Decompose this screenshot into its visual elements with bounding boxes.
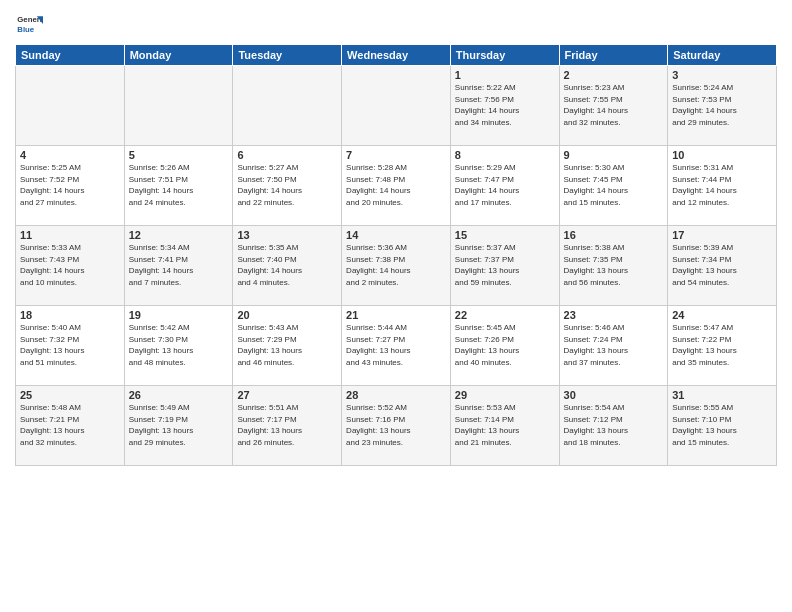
- calendar-week-row: 1Sunrise: 5:22 AMSunset: 7:56 PMDaylight…: [16, 66, 777, 146]
- calendar-table: SundayMondayTuesdayWednesdayThursdayFrid…: [15, 44, 777, 466]
- calendar-cell: 21Sunrise: 5:44 AMSunset: 7:27 PMDayligh…: [342, 306, 451, 386]
- day-info: Sunrise: 5:52 AMSunset: 7:16 PMDaylight:…: [346, 402, 446, 448]
- day-info: Sunrise: 5:28 AMSunset: 7:48 PMDaylight:…: [346, 162, 446, 208]
- calendar-cell: 28Sunrise: 5:52 AMSunset: 7:16 PMDayligh…: [342, 386, 451, 466]
- calendar-cell: 7Sunrise: 5:28 AMSunset: 7:48 PMDaylight…: [342, 146, 451, 226]
- calendar-cell: [342, 66, 451, 146]
- calendar-week-row: 18Sunrise: 5:40 AMSunset: 7:32 PMDayligh…: [16, 306, 777, 386]
- day-info: Sunrise: 5:53 AMSunset: 7:14 PMDaylight:…: [455, 402, 555, 448]
- day-number: 25: [20, 389, 120, 401]
- day-info: Sunrise: 5:27 AMSunset: 7:50 PMDaylight:…: [237, 162, 337, 208]
- day-number: 12: [129, 229, 229, 241]
- calendar-header-row: SundayMondayTuesdayWednesdayThursdayFrid…: [16, 45, 777, 66]
- weekday-header-sunday: Sunday: [16, 45, 125, 66]
- day-info: Sunrise: 5:23 AMSunset: 7:55 PMDaylight:…: [564, 82, 664, 128]
- calendar-cell: 27Sunrise: 5:51 AMSunset: 7:17 PMDayligh…: [233, 386, 342, 466]
- day-number: 24: [672, 309, 772, 321]
- calendar-week-row: 4Sunrise: 5:25 AMSunset: 7:52 PMDaylight…: [16, 146, 777, 226]
- day-info: Sunrise: 5:25 AMSunset: 7:52 PMDaylight:…: [20, 162, 120, 208]
- day-info: Sunrise: 5:35 AMSunset: 7:40 PMDaylight:…: [237, 242, 337, 288]
- calendar-cell: 29Sunrise: 5:53 AMSunset: 7:14 PMDayligh…: [450, 386, 559, 466]
- day-number: 15: [455, 229, 555, 241]
- calendar-week-row: 25Sunrise: 5:48 AMSunset: 7:21 PMDayligh…: [16, 386, 777, 466]
- day-info: Sunrise: 5:26 AMSunset: 7:51 PMDaylight:…: [129, 162, 229, 208]
- day-number: 11: [20, 229, 120, 241]
- calendar-cell: 17Sunrise: 5:39 AMSunset: 7:34 PMDayligh…: [668, 226, 777, 306]
- calendar-cell: 31Sunrise: 5:55 AMSunset: 7:10 PMDayligh…: [668, 386, 777, 466]
- day-number: 1: [455, 69, 555, 81]
- svg-text:Blue: Blue: [17, 25, 35, 34]
- calendar-cell: [16, 66, 125, 146]
- day-info: Sunrise: 5:55 AMSunset: 7:10 PMDaylight:…: [672, 402, 772, 448]
- day-info: Sunrise: 5:29 AMSunset: 7:47 PMDaylight:…: [455, 162, 555, 208]
- day-info: Sunrise: 5:22 AMSunset: 7:56 PMDaylight:…: [455, 82, 555, 128]
- day-number: 8: [455, 149, 555, 161]
- day-info: Sunrise: 5:33 AMSunset: 7:43 PMDaylight:…: [20, 242, 120, 288]
- day-number: 4: [20, 149, 120, 161]
- day-number: 21: [346, 309, 446, 321]
- calendar-cell: 19Sunrise: 5:42 AMSunset: 7:30 PMDayligh…: [124, 306, 233, 386]
- calendar-cell: 18Sunrise: 5:40 AMSunset: 7:32 PMDayligh…: [16, 306, 125, 386]
- weekday-header-thursday: Thursday: [450, 45, 559, 66]
- calendar-cell: 15Sunrise: 5:37 AMSunset: 7:37 PMDayligh…: [450, 226, 559, 306]
- calendar-cell: 6Sunrise: 5:27 AMSunset: 7:50 PMDaylight…: [233, 146, 342, 226]
- day-number: 2: [564, 69, 664, 81]
- day-number: 3: [672, 69, 772, 81]
- day-info: Sunrise: 5:42 AMSunset: 7:30 PMDaylight:…: [129, 322, 229, 368]
- day-info: Sunrise: 5:31 AMSunset: 7:44 PMDaylight:…: [672, 162, 772, 208]
- calendar-cell: 3Sunrise: 5:24 AMSunset: 7:53 PMDaylight…: [668, 66, 777, 146]
- calendar-cell: 9Sunrise: 5:30 AMSunset: 7:45 PMDaylight…: [559, 146, 668, 226]
- day-number: 19: [129, 309, 229, 321]
- day-info: Sunrise: 5:47 AMSunset: 7:22 PMDaylight:…: [672, 322, 772, 368]
- calendar-page: General Blue SundayMondayTuesdayWednesda…: [0, 0, 792, 612]
- day-number: 5: [129, 149, 229, 161]
- calendar-cell: [233, 66, 342, 146]
- calendar-cell: 26Sunrise: 5:49 AMSunset: 7:19 PMDayligh…: [124, 386, 233, 466]
- day-number: 13: [237, 229, 337, 241]
- day-info: Sunrise: 5:34 AMSunset: 7:41 PMDaylight:…: [129, 242, 229, 288]
- day-number: 28: [346, 389, 446, 401]
- day-info: Sunrise: 5:39 AMSunset: 7:34 PMDaylight:…: [672, 242, 772, 288]
- day-info: Sunrise: 5:45 AMSunset: 7:26 PMDaylight:…: [455, 322, 555, 368]
- day-number: 17: [672, 229, 772, 241]
- weekday-header-friday: Friday: [559, 45, 668, 66]
- weekday-header-monday: Monday: [124, 45, 233, 66]
- calendar-cell: 30Sunrise: 5:54 AMSunset: 7:12 PMDayligh…: [559, 386, 668, 466]
- day-info: Sunrise: 5:44 AMSunset: 7:27 PMDaylight:…: [346, 322, 446, 368]
- header: General Blue: [15, 10, 777, 38]
- calendar-cell: 10Sunrise: 5:31 AMSunset: 7:44 PMDayligh…: [668, 146, 777, 226]
- day-info: Sunrise: 5:43 AMSunset: 7:29 PMDaylight:…: [237, 322, 337, 368]
- calendar-cell: 24Sunrise: 5:47 AMSunset: 7:22 PMDayligh…: [668, 306, 777, 386]
- calendar-cell: 13Sunrise: 5:35 AMSunset: 7:40 PMDayligh…: [233, 226, 342, 306]
- day-number: 18: [20, 309, 120, 321]
- calendar-body: 1Sunrise: 5:22 AMSunset: 7:56 PMDaylight…: [16, 66, 777, 466]
- day-info: Sunrise: 5:24 AMSunset: 7:53 PMDaylight:…: [672, 82, 772, 128]
- calendar-cell: 5Sunrise: 5:26 AMSunset: 7:51 PMDaylight…: [124, 146, 233, 226]
- calendar-week-row: 11Sunrise: 5:33 AMSunset: 7:43 PMDayligh…: [16, 226, 777, 306]
- calendar-cell: 2Sunrise: 5:23 AMSunset: 7:55 PMDaylight…: [559, 66, 668, 146]
- day-info: Sunrise: 5:40 AMSunset: 7:32 PMDaylight:…: [20, 322, 120, 368]
- day-number: 31: [672, 389, 772, 401]
- calendar-cell: 4Sunrise: 5:25 AMSunset: 7:52 PMDaylight…: [16, 146, 125, 226]
- calendar-cell: 16Sunrise: 5:38 AMSunset: 7:35 PMDayligh…: [559, 226, 668, 306]
- day-number: 20: [237, 309, 337, 321]
- day-info: Sunrise: 5:54 AMSunset: 7:12 PMDaylight:…: [564, 402, 664, 448]
- day-number: 16: [564, 229, 664, 241]
- calendar-cell: 23Sunrise: 5:46 AMSunset: 7:24 PMDayligh…: [559, 306, 668, 386]
- day-number: 23: [564, 309, 664, 321]
- logo-icon: General Blue: [15, 10, 43, 38]
- day-info: Sunrise: 5:37 AMSunset: 7:37 PMDaylight:…: [455, 242, 555, 288]
- day-number: 29: [455, 389, 555, 401]
- day-info: Sunrise: 5:51 AMSunset: 7:17 PMDaylight:…: [237, 402, 337, 448]
- day-number: 22: [455, 309, 555, 321]
- day-info: Sunrise: 5:38 AMSunset: 7:35 PMDaylight:…: [564, 242, 664, 288]
- calendar-cell: 22Sunrise: 5:45 AMSunset: 7:26 PMDayligh…: [450, 306, 559, 386]
- calendar-cell: 1Sunrise: 5:22 AMSunset: 7:56 PMDaylight…: [450, 66, 559, 146]
- day-number: 14: [346, 229, 446, 241]
- calendar-cell: 25Sunrise: 5:48 AMSunset: 7:21 PMDayligh…: [16, 386, 125, 466]
- day-info: Sunrise: 5:48 AMSunset: 7:21 PMDaylight:…: [20, 402, 120, 448]
- calendar-cell: 8Sunrise: 5:29 AMSunset: 7:47 PMDaylight…: [450, 146, 559, 226]
- day-info: Sunrise: 5:46 AMSunset: 7:24 PMDaylight:…: [564, 322, 664, 368]
- logo: General Blue: [15, 10, 47, 38]
- day-info: Sunrise: 5:36 AMSunset: 7:38 PMDaylight:…: [346, 242, 446, 288]
